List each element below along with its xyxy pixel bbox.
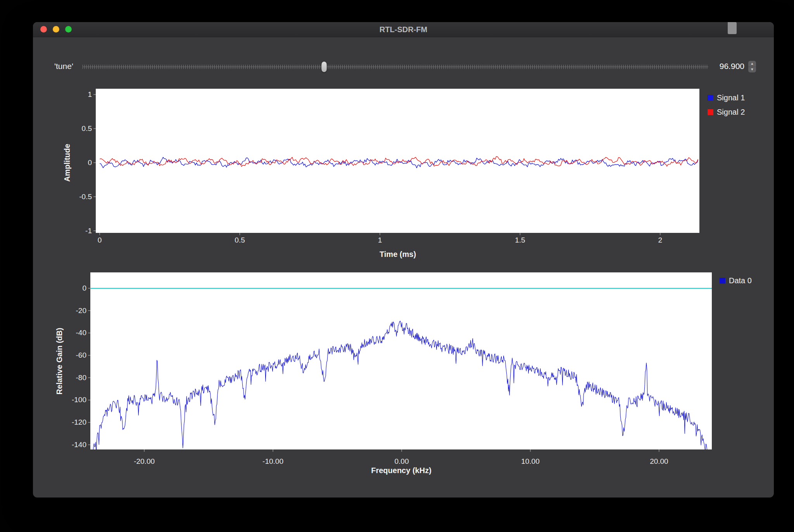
y-tick-label: -0.5 — [79, 193, 92, 201]
x-tick-label: -20.00 — [134, 457, 155, 465]
signal-1-label: Signal 1 — [717, 93, 745, 102]
zoom-button[interactable] — [65, 26, 72, 33]
background-window-fragment — [728, 22, 737, 34]
y-tick-label: 0 — [88, 158, 92, 167]
stepper-up-button[interactable]: ▲ — [748, 61, 756, 67]
tune-stepper[interactable]: ▲ ▼ — [748, 61, 756, 72]
x-tick-label: 1 — [378, 236, 382, 244]
plot-background — [90, 272, 712, 449]
legend-item-data-0: Data 0 — [720, 276, 752, 285]
x-tick-label: 1.5 — [515, 236, 525, 244]
plot-background — [96, 89, 699, 233]
desktop-background: RTL-SDR-FM 'tune' 96.900 ▲ ▼ 00.511.5210… — [0, 0, 794, 532]
frequency-chart-section: -20.00-10.000.0010.0020.000-20-40-60-80-… — [33, 266, 774, 487]
legend-item-signal-2: Signal 2 — [708, 108, 745, 117]
stepper-up-icon: ▲ — [751, 62, 754, 65]
slider-track — [83, 67, 708, 67]
signal-2-swatch — [708, 109, 713, 115]
y-tick-label: -100 — [72, 396, 86, 404]
y-tick-label: -20 — [76, 306, 86, 315]
legend-item-signal-1: Signal 1 — [708, 93, 745, 102]
freq-y-axis-title: Relative Gain (dB) — [55, 328, 64, 394]
time-chart-legend: Signal 1 Signal 2 — [708, 93, 745, 117]
x-tick-label: 20.00 — [650, 457, 668, 465]
y-tick-label: 1 — [88, 90, 92, 98]
signal-1-swatch — [708, 95, 713, 101]
x-tick-label: 0.00 — [395, 457, 409, 465]
data-0-swatch — [720, 278, 725, 284]
title-bar: RTL-SDR-FM — [33, 22, 774, 37]
close-button[interactable] — [40, 26, 47, 33]
time-x-axis-title: Time (ms) — [380, 250, 416, 259]
time-domain-chart-section: 00.511.5210.50-0.5-1 Time (ms) Amplitude… — [33, 84, 774, 266]
window-title: RTL-SDR-FM — [33, 22, 774, 37]
tune-value-field[interactable]: 96.900 — [694, 62, 744, 71]
tune-slider-handle[interactable] — [322, 62, 327, 72]
x-tick-label: 0.5 — [235, 236, 245, 244]
y-tick-label: -40 — [76, 329, 86, 337]
y-tick-label: -140 — [72, 441, 86, 449]
time-domain-plot[interactable]: 00.511.5210.50-0.5-1 — [33, 84, 774, 266]
time-y-axis-title: Amplitude — [63, 144, 72, 182]
tune-slider[interactable] — [83, 59, 708, 74]
stepper-down-button[interactable]: ▼ — [748, 67, 756, 73]
data-0-label: Data 0 — [729, 276, 752, 285]
frequency-chart-legend: Data 0 — [720, 276, 752, 285]
y-tick-label: -120 — [72, 418, 86, 426]
y-tick-label: -60 — [76, 351, 86, 359]
x-tick-label: 0 — [98, 236, 102, 244]
y-tick-label: -80 — [76, 374, 86, 382]
freq-x-axis-title: Frequency (kHz) — [371, 466, 432, 475]
tune-label: 'tune' — [54, 62, 73, 71]
x-tick-label: 10.00 — [521, 457, 540, 465]
stepper-down-icon: ▼ — [751, 67, 754, 71]
signal-2-label: Signal 2 — [717, 108, 745, 117]
y-tick-label: 0.5 — [82, 124, 92, 133]
minimize-button[interactable] — [53, 26, 59, 33]
frequency-plot[interactable]: -20.00-10.000.0010.0020.000-20-40-60-80-… — [33, 266, 774, 487]
app-window: RTL-SDR-FM 'tune' 96.900 ▲ ▼ 00.511.5210… — [33, 22, 774, 498]
x-tick-label: -10.00 — [262, 457, 283, 465]
y-tick-label: -1 — [85, 227, 92, 235]
x-tick-label: 2 — [658, 236, 663, 244]
y-tick-label: 0 — [82, 284, 86, 292]
